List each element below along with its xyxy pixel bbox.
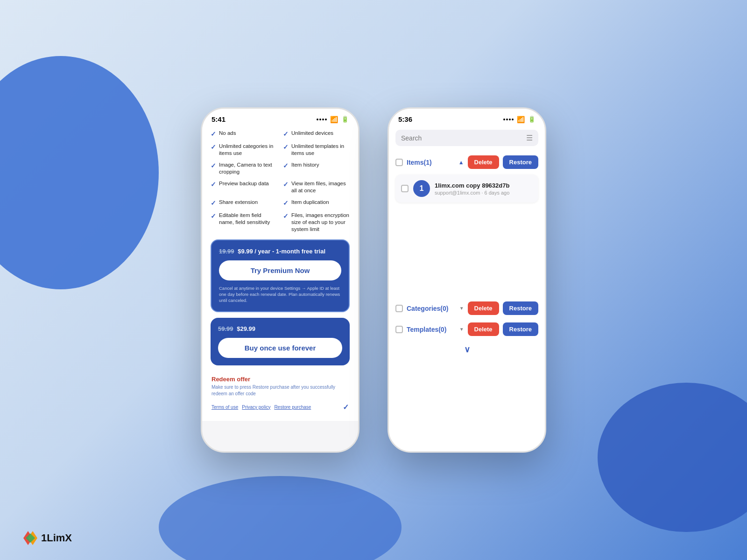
categories-section-header: Categories(0) ▼ Delete Restore bbox=[389, 298, 545, 319]
features-grid: ✓ No ads ✓ Unlimited devices ✓ Unlimited… bbox=[211, 126, 350, 239]
check-icon: ✓ bbox=[283, 161, 289, 170]
check-icon: ✓ bbox=[211, 130, 216, 138]
redeem-note: Make sure to press Restore purchase afte… bbox=[211, 384, 349, 397]
check-icon: ✓ bbox=[283, 180, 289, 189]
lifetime-price-label: 59.99 $29.99 bbox=[218, 325, 342, 332]
status-icons-left: 📶 🔋 bbox=[317, 116, 349, 123]
empty-space bbox=[389, 204, 545, 298]
lifetime-card: 59.99 $29.99 Buy once use forever bbox=[211, 318, 350, 365]
items-section-title: Items(1) bbox=[407, 159, 455, 166]
subscription-price-label: 19.99 $9.99 / year - 1-month free trial bbox=[219, 248, 341, 255]
items-checkbox[interactable] bbox=[395, 159, 403, 166]
redeem-title: Redeem offer bbox=[211, 376, 349, 383]
logo-text: 1LimX bbox=[41, 532, 72, 544]
items-delete-button[interactable]: Delete bbox=[468, 155, 499, 169]
feature-view-files: ✓ View item files, images all at once bbox=[283, 180, 350, 194]
check-icon: ✓ bbox=[283, 130, 289, 138]
check-icon: ✓ bbox=[211, 212, 216, 220]
categories-checkbox[interactable] bbox=[395, 305, 403, 312]
feature-image-camera: ✓ Image, Camera to text cropping bbox=[211, 161, 277, 175]
subscription-card: 19.99 $9.99 / year - 1-month free trial … bbox=[211, 239, 350, 312]
feature-share-extension: ✓ Share extension bbox=[211, 199, 277, 207]
feature-unlimited-categories: ✓ Unlimited categories in items use bbox=[211, 143, 277, 157]
feature-encryption: ✓ Files, images encryption size of each … bbox=[283, 212, 350, 233]
templates-section-title: Templates(0) bbox=[407, 326, 456, 333]
signal-dots-right bbox=[503, 119, 514, 120]
filter-icon[interactable]: ☰ bbox=[526, 133, 533, 142]
phone-body-left: ✓ No ads ✓ Unlimited devices ✓ Unlimited… bbox=[202, 126, 358, 421]
restore-link[interactable]: Restore purchase bbox=[274, 405, 311, 410]
check-icon: ✓ bbox=[283, 212, 289, 220]
items-chevron-icon[interactable]: ▲ bbox=[458, 159, 464, 166]
bg-blob-right bbox=[598, 383, 747, 532]
categories-section-title: Categories(0) bbox=[407, 305, 456, 312]
phone-right: 5:36 📶 🔋 ☰ Items(1) ▲ Delete R bbox=[388, 107, 546, 453]
item-card: 1 1limx.com copy 89632d7b support@1limx.… bbox=[395, 175, 538, 203]
check-icon: ✓ bbox=[283, 199, 289, 207]
status-icons-right: 📶 🔋 bbox=[503, 116, 536, 123]
expand-row: ∨ bbox=[389, 340, 545, 359]
item-title: 1limx.com copy 89632d7b bbox=[435, 182, 533, 189]
battery-icon: 🔋 bbox=[341, 116, 349, 123]
check-icon: ✓ bbox=[211, 161, 216, 170]
redeem-section: Redeem offer Make sure to press Restore … bbox=[211, 371, 350, 413]
logo-icon bbox=[23, 531, 37, 545]
templates-section-header: Templates(0) ▼ Delete Restore bbox=[389, 319, 545, 340]
bg-blob-left bbox=[0, 56, 159, 289]
feature-unlimited-devices: ✓ Unlimited devices bbox=[283, 130, 350, 138]
privacy-link[interactable]: Privacy policy bbox=[242, 405, 270, 410]
feature-backup: ✓ Preview backup data bbox=[211, 180, 277, 194]
status-bar-right: 5:36 📶 🔋 bbox=[389, 109, 545, 126]
templates-checkbox[interactable] bbox=[395, 326, 403, 333]
cancel-note: Cancel at anytime in your device Setting… bbox=[219, 285, 341, 304]
subscription-original-price: 19.99 bbox=[219, 248, 234, 255]
items-section-header: Items(1) ▲ Delete Restore bbox=[389, 152, 545, 173]
footer-links: Terms of use Privacy policy Restore purc… bbox=[211, 403, 349, 412]
item-avatar: 1 bbox=[413, 180, 430, 197]
signal-dots bbox=[317, 119, 327, 120]
expand-chevron-icon[interactable]: ∨ bbox=[464, 344, 470, 355]
lifetime-original-price: 59.99 bbox=[218, 325, 233, 332]
feature-editable-field: ✓ Editable item field name, field sensit… bbox=[211, 212, 277, 233]
wifi-icon-right: 📶 bbox=[517, 116, 525, 123]
item-subtitle: support@1limx.com · 6 days ago bbox=[435, 190, 533, 196]
categories-restore-button[interactable]: Restore bbox=[503, 301, 538, 315]
try-premium-button[interactable]: Try Premium Now bbox=[219, 260, 341, 280]
battery-icon-right: 🔋 bbox=[528, 116, 536, 123]
status-time-right: 5:36 bbox=[398, 115, 412, 123]
categories-delete-button[interactable]: Delete bbox=[468, 301, 499, 315]
item-checkbox[interactable] bbox=[401, 185, 409, 192]
phones-container: 5:41 📶 🔋 ✓ No ads bbox=[201, 107, 546, 453]
templates-delete-button[interactable]: Delete bbox=[468, 322, 499, 336]
feature-no-ads: ✓ No ads bbox=[211, 130, 277, 138]
search-bar: ☰ bbox=[395, 130, 538, 146]
footer-checkmark: ✓ bbox=[343, 403, 349, 412]
terms-link[interactable]: Terms of use bbox=[211, 405, 238, 410]
check-icon: ✓ bbox=[211, 199, 216, 207]
bg-blob-bottom-mid bbox=[159, 476, 402, 560]
search-input[interactable] bbox=[401, 134, 522, 142]
templates-restore-button[interactable]: Restore bbox=[503, 322, 538, 336]
status-time-left: 5:41 bbox=[211, 115, 226, 123]
lifetime-current-price: $29.99 bbox=[237, 325, 255, 332]
feature-unlimited-templates: ✓ Unlimited templates in items use bbox=[283, 143, 350, 157]
buy-once-button[interactable]: Buy once use forever bbox=[218, 338, 342, 358]
check-icon: ✓ bbox=[283, 143, 289, 151]
logo: 1LimX bbox=[23, 531, 72, 545]
categories-chevron-icon[interactable]: ▼ bbox=[459, 306, 464, 311]
templates-chevron-icon[interactable]: ▼ bbox=[459, 327, 464, 332]
items-restore-button[interactable]: Restore bbox=[503, 155, 538, 169]
feature-item-history: ✓ Item history bbox=[283, 161, 350, 175]
check-icon: ✓ bbox=[211, 180, 216, 189]
status-bar-left: 5:41 📶 🔋 bbox=[202, 109, 358, 126]
check-icon: ✓ bbox=[211, 143, 216, 151]
feature-item-duplication: ✓ Item duplication bbox=[283, 199, 350, 207]
wifi-icon: 📶 bbox=[330, 116, 338, 123]
subscription-current-price: $9.99 / year - 1-month free trial bbox=[238, 248, 325, 255]
item-info: 1limx.com copy 89632d7b support@1limx.co… bbox=[435, 182, 533, 196]
phone-left: 5:41 📶 🔋 ✓ No ads bbox=[201, 107, 359, 453]
